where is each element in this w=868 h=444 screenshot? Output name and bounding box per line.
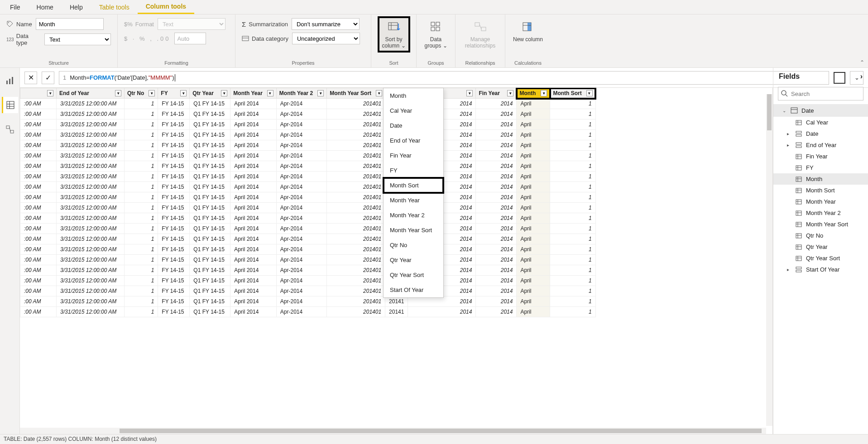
sort-by-column-button[interactable]: Sort by column ⌄: [378, 16, 410, 53]
sort-option-start-of-year[interactable]: Start Of Year: [384, 282, 443, 297]
sort-option-month[interactable]: Month: [384, 88, 443, 103]
new-column-button[interactable]: New column: [512, 18, 544, 44]
menu-home[interactable]: Home: [29, 1, 62, 14]
field-month-year-sort[interactable]: Month Year Sort: [773, 219, 868, 230]
menu-table-tools[interactable]: Table tools: [91, 1, 138, 14]
filter-dropdown-fy[interactable]: ▾: [180, 90, 187, 96]
data-groups-button[interactable]: Data groups ⌄: [423, 18, 449, 51]
sort-option-qtr-year-sort[interactable]: Qtr Year Sort: [384, 267, 443, 282]
field-start-of-year[interactable]: ▸Start Of Year: [773, 264, 868, 275]
filter-dropdown-eoy[interactable]: ▾: [115, 90, 121, 96]
column-header-my2[interactable]: Month Year 2▾: [276, 88, 326, 99]
fields-collapse[interactable]: ›: [860, 72, 863, 81]
table-row[interactable]: :00 AM3/31/2015 12:00:00 AM1FY 14-15Q1 F…: [20, 99, 596, 109]
field-qtr-year-sort[interactable]: Qtr Year Sort: [773, 253, 868, 264]
table-row[interactable]: :00 AM3/31/2015 12:00:00 AM1FY 14-15Q1 F…: [20, 213, 596, 224]
datatype-select[interactable]: Text: [44, 33, 111, 45]
filter-dropdown-msort[interactable]: ▾: [586, 90, 593, 96]
column-header-finyear[interactable]: Fin Year▾: [476, 88, 517, 99]
table-row[interactable]: :00 AM3/31/2015 12:00:00 AM1FY 14-15Q1 F…: [20, 244, 596, 255]
formula-input[interactable]: 1 Month = FORMAT ( 'Date'[Date] , "MMMM"…: [59, 71, 829, 85]
sort-option-fin-year[interactable]: Fin Year: [384, 148, 443, 163]
filter-dropdown-c0[interactable]: ▾: [47, 90, 53, 96]
field-qtr-year[interactable]: Qtr Year: [773, 241, 868, 253]
sort-option-end-of-year[interactable]: End of Year: [384, 133, 443, 148]
filter-dropdown-gap2[interactable]: ▾: [466, 90, 473, 96]
table-row[interactable]: :00 AM3/31/2015 12:00:00 AM1FY 14-15Q1 F…: [20, 140, 596, 151]
horizontal-scrollbar[interactable]: [20, 428, 766, 434]
column-header-my[interactable]: Month Year▾: [230, 88, 276, 99]
filter-dropdown-finyear[interactable]: ▾: [507, 90, 513, 96]
table-row[interactable]: :00 AM3/31/2015 12:00:00 AM1FY 14-15Q1 F…: [20, 224, 596, 234]
column-header-eoy[interactable]: End of Year▾: [57, 88, 125, 99]
table-row[interactable]: :00 AM3/31/2015 12:00:00 AM1FY 14-15Q1 F…: [20, 119, 596, 130]
fields-search-input[interactable]: [778, 87, 863, 100]
menu-help[interactable]: Help: [62, 1, 91, 14]
column-header-msort[interactable]: Month Sort▾: [550, 88, 595, 99]
table-row[interactable]: :00 AM3/31/2015 12:00:00 AM1FY 14-15Q1 F…: [20, 192, 596, 203]
column-header-fy[interactable]: FY▾: [158, 88, 190, 99]
filter-dropdown-qtrno[interactable]: ▾: [149, 90, 155, 96]
sort-option-cal-year[interactable]: Cal Year: [384, 103, 443, 118]
sort-option-date[interactable]: Date: [384, 118, 443, 133]
column-header-mys[interactable]: Month Year Sort▾: [327, 88, 385, 99]
summarization-select[interactable]: Don't summarize: [292, 18, 360, 30]
field-qtr-no[interactable]: Qtr No: [773, 230, 868, 241]
table-row[interactable]: :00 AM3/31/2015 12:00:00 AM1FY 14-15Q1 F…: [20, 172, 596, 182]
field-fy[interactable]: FY: [773, 162, 868, 173]
table-row[interactable]: :00 AM3/31/2015 12:00:00 AM1FY 14-15Q1 F…: [20, 307, 596, 317]
column-header-qtryear[interactable]: Qtr Year▾: [190, 88, 230, 99]
table-row[interactable]: :00 AM3/31/2015 12:00:00 AM1FY 14-15Q1 F…: [20, 265, 596, 276]
table-row[interactable]: :00 AM3/31/2015 12:00:00 AM1FY 14-15Q1 F…: [20, 286, 596, 296]
model-view[interactable]: [2, 121, 18, 138]
table-row[interactable]: :00 AM3/31/2015 12:00:00 AM1FY 14-15Q1 F…: [20, 182, 596, 192]
filter-dropdown-qtryear[interactable]: ▾: [221, 90, 227, 96]
sort-option-month-year-sort[interactable]: Month Year Sort: [384, 223, 443, 238]
name-input[interactable]: [36, 18, 104, 30]
formula-commit[interactable]: ✓: [42, 72, 54, 84]
field-end-of-year[interactable]: ▸End of Year: [773, 139, 868, 151]
ribbon-collapse[interactable]: ⌃: [860, 59, 864, 66]
field-fin-year[interactable]: Fin Year: [773, 151, 868, 162]
sort-option-month-sort[interactable]: Month Sort: [384, 178, 443, 193]
field-month-year-2[interactable]: Month Year 2: [773, 207, 868, 219]
vertical-scrollbar[interactable]: [766, 94, 772, 426]
datacategory-select[interactable]: Uncategorized: [292, 33, 360, 44]
column-header-month[interactable]: Month▾: [517, 88, 550, 99]
filter-dropdown-month[interactable]: ▾: [541, 90, 547, 96]
cell: April: [517, 276, 550, 286]
field-date[interactable]: ▸Date: [773, 128, 868, 139]
column-header-qtrno[interactable]: Qtr No▾: [125, 88, 158, 99]
menu-file[interactable]: File: [2, 1, 29, 14]
column-header-c0[interactable]: ▾: [20, 88, 57, 99]
field-month-sort[interactable]: Month Sort: [773, 185, 868, 196]
filter-dropdown-my[interactable]: ▾: [267, 90, 273, 96]
fields-table-header[interactable]: ⌄ Date: [773, 104, 868, 117]
table-row[interactable]: :00 AM3/31/2015 12:00:00 AM1FY 14-15Q1 F…: [20, 130, 596, 140]
table-row[interactable]: :00 AM3/31/2015 12:00:00 AM1FY 14-15Q1 F…: [20, 234, 596, 244]
filter-dropdown-my2[interactable]: ▾: [317, 90, 324, 96]
table-row[interactable]: :00 AM3/31/2015 12:00:00 AM1FY 14-15Q1 F…: [20, 276, 596, 286]
table-row[interactable]: :00 AM3/31/2015 12:00:00 AM1FY 14-15Q1 F…: [20, 161, 596, 172]
report-view[interactable]: [2, 72, 18, 89]
formula-cancel[interactable]: ✕: [24, 72, 37, 84]
menu-column-tools[interactable]: Column tools: [138, 0, 194, 14]
sort-option-qtr-year[interactable]: Qtr Year: [384, 253, 443, 267]
field-month[interactable]: Month: [773, 173, 868, 185]
sort-by-column-menu[interactable]: MonthCal YearDateEnd of YearFin YearFYMo…: [383, 88, 444, 298]
table-row[interactable]: :00 AM3/31/2015 12:00:00 AM1FY 14-15Q1 F…: [20, 203, 596, 213]
sort-option-month-year[interactable]: Month Year: [384, 193, 443, 208]
sort-option-month-year-2[interactable]: Month Year 2: [384, 208, 443, 223]
field-month-year[interactable]: Month Year: [773, 196, 868, 207]
table-row[interactable]: :00 AM3/31/2015 12:00:00 AM1FY 14-15Q1 F…: [20, 255, 596, 265]
cell: 2014: [476, 234, 517, 244]
table-row[interactable]: :00 AM3/31/2015 12:00:00 AM1FY 14-15Q1 F…: [20, 151, 596, 161]
table-row[interactable]: :00 AM3/31/2015 12:00:00 AM1FY 14-15Q1 F…: [20, 296, 596, 307]
data-view[interactable]: [2, 97, 18, 113]
table-row[interactable]: :00 AM3/31/2015 12:00:00 AM1FY 14-15Q1 F…: [20, 109, 596, 119]
sort-option-qtr-no[interactable]: Qtr No: [384, 238, 443, 253]
filter-dropdown-mys[interactable]: ▾: [376, 90, 382, 96]
field-cal-year[interactable]: Cal Year: [773, 117, 868, 128]
cell: 1: [125, 276, 158, 286]
sort-option-fy[interactable]: FY: [384, 163, 443, 178]
